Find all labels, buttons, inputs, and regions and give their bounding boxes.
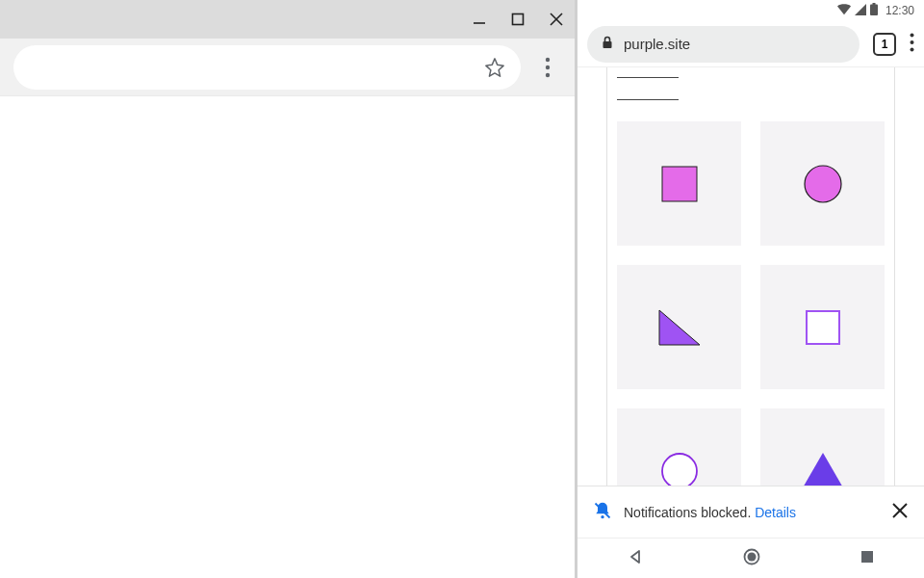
svg-point-6 — [546, 72, 550, 76]
mobile-status-bar: 12:30 — [578, 0, 924, 21]
desktop-overflow-menu-button[interactable] — [534, 54, 561, 81]
nav-home-button[interactable] — [743, 548, 760, 569]
mobile-toolbar: purple.site 1 — [578, 21, 924, 67]
tile-square-outline[interactable] — [760, 265, 885, 389]
svg-rect-8 — [872, 3, 875, 5]
lock-icon — [601, 36, 614, 52]
svg-rect-7 — [870, 5, 878, 16]
svg-point-10 — [911, 33, 914, 37]
nav-back-button[interactable] — [628, 549, 643, 568]
status-clock: 12:30 — [886, 4, 914, 17]
svg-rect-9 — [603, 41, 612, 48]
mobile-overflow-menu-button[interactable] — [910, 33, 914, 56]
notification-text: Notifications blocked. Details — [624, 505, 880, 520]
cell-signal-icon — [855, 4, 866, 18]
tile-circle-outline[interactable] — [617, 408, 741, 486]
tile-triangle-solid[interactable] — [760, 408, 885, 486]
tab-switcher-button[interactable]: 1 — [873, 33, 896, 56]
svg-rect-13 — [662, 167, 697, 201]
window-titlebar — [0, 0, 575, 39]
tile-circle-filled[interactable] — [760, 121, 885, 246]
tab-count: 1 — [882, 38, 888, 51]
page-inner-frame — [606, 67, 895, 486]
mobile-chrome-window: 12:30 purple.site 1 — [578, 0, 924, 578]
tile-triangle-filled[interactable] — [617, 265, 741, 389]
mobile-url-text: purple.site — [624, 36, 690, 52]
svg-point-4 — [546, 57, 550, 61]
svg-point-11 — [911, 40, 914, 44]
svg-point-16 — [662, 454, 697, 486]
square-outline-icon — [804, 308, 842, 347]
nav-recents-button[interactable] — [860, 550, 874, 567]
desktop-page-content — [0, 96, 575, 578]
svg-point-22 — [748, 552, 757, 561]
window-maximize-button[interactable] — [507, 9, 528, 30]
header-divider-1 — [617, 77, 679, 78]
triangle-solid-icon — [800, 451, 846, 486]
svg-rect-1 — [513, 14, 524, 25]
svg-rect-23 — [861, 551, 873, 563]
mobile-address-bar[interactable]: purple.site — [587, 26, 860, 63]
square-filled-icon — [660, 165, 699, 203]
desktop-address-bar-row — [0, 39, 575, 96]
circle-filled-icon — [803, 164, 843, 204]
window-close-button[interactable] — [546, 9, 567, 30]
notification-bar: Notifications blocked. Details — [578, 486, 924, 538]
mobile-page-content — [578, 67, 924, 486]
svg-point-17 — [601, 515, 603, 518]
header-divider-2 — [617, 99, 679, 100]
mobile-nav-bar — [578, 538, 924, 578]
svg-point-12 — [911, 47, 914, 51]
notification-message: Notifications blocked. — [624, 505, 751, 520]
svg-point-5 — [546, 65, 550, 68]
battery-icon — [870, 3, 878, 18]
circle-outline-icon — [659, 451, 700, 486]
svg-point-14 — [805, 166, 841, 202]
notification-close-button[interactable] — [891, 502, 909, 522]
desktop-address-bar[interactable] — [13, 45, 521, 90]
window-minimize-button[interactable] — [469, 9, 490, 30]
tile-square-filled[interactable] — [617, 121, 741, 246]
bell-slash-icon — [593, 501, 612, 523]
desktop-chrome-window — [0, 0, 578, 578]
bookmark-star-icon[interactable] — [484, 57, 505, 78]
notification-details-link[interactable]: Details — [755, 505, 796, 520]
svg-rect-15 — [807, 311, 839, 344]
shapes-grid — [607, 121, 894, 486]
triangle-filled-icon — [655, 306, 704, 349]
wifi-icon — [837, 4, 851, 18]
